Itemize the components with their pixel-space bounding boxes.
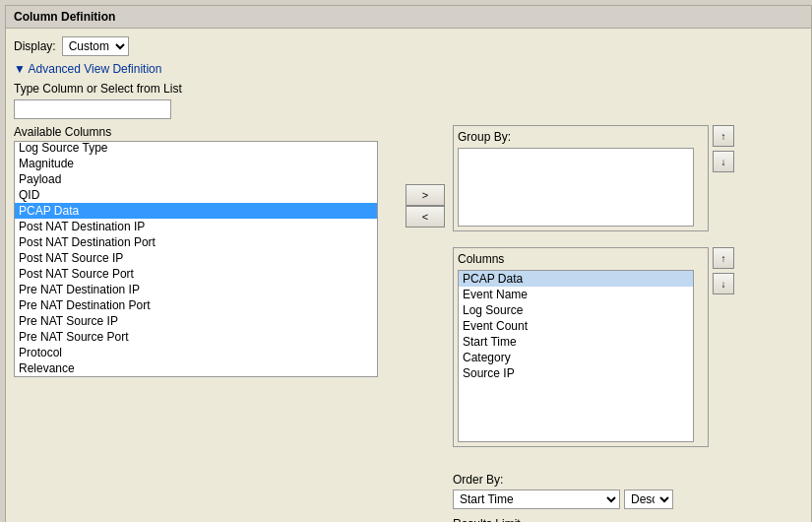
type-column-section: Type Column or Select from List — [14, 82, 803, 119]
columns-panel: Columns PCAP DataEvent NameLog SourceEve… — [453, 247, 734, 457]
display-select[interactable]: Custom Default All — [62, 36, 129, 56]
available-column-item[interactable]: Magnitude — [15, 156, 377, 171]
order-by-section: Order By: Start Time Event Name Log Sour… — [453, 473, 803, 509]
columns-panel-inner: Columns PCAP DataEvent NameLog SourceEve… — [453, 247, 709, 447]
columns-up-button[interactable]: ↑ — [713, 247, 734, 269]
columns-down-button[interactable]: ↓ — [713, 273, 734, 294]
available-column-item[interactable]: Post NAT Source Port — [15, 266, 377, 282]
available-column-item[interactable]: PCAP Data — [15, 203, 377, 219]
columns-title: Columns — [458, 252, 704, 266]
type-column-input[interactable] — [14, 99, 171, 119]
available-column-item[interactable]: Pre NAT Destination IP — [15, 282, 377, 297]
available-column-item[interactable]: Post NAT Source IP — [15, 250, 377, 266]
right-section: Group By: ↑ ↓ Columns — [453, 125, 803, 522]
available-columns-title: Available Columns — [14, 125, 398, 139]
available-column-item[interactable]: Relevance — [15, 360, 377, 376]
columns-section: Columns PCAP DataEvent NameLog SourceEve… — [453, 247, 734, 457]
columns-updown-buttons: ↑ ↓ — [713, 247, 734, 294]
group-by-section: Group By: ↑ ↓ — [453, 125, 803, 239]
results-limit-label: Results Limit — [453, 517, 803, 522]
advanced-view-link[interactable]: Advanced View Definition — [14, 62, 161, 76]
group-down-button[interactable]: ↓ — [713, 151, 734, 172]
column-item[interactable]: Event Count — [459, 318, 693, 334]
panel-title: Column Definition — [6, 6, 811, 29]
column-item[interactable]: Log Source — [459, 302, 693, 318]
available-column-item[interactable]: Post NAT Destination IP — [15, 219, 377, 234]
available-column-item[interactable]: QID — [15, 187, 377, 203]
available-column-item[interactable]: Payload — [15, 171, 377, 187]
add-to-group-button[interactable]: > — [406, 184, 445, 206]
column-item[interactable]: PCAP Data — [459, 271, 693, 287]
order-by-row: Start Time Event Name Log Source Event C… — [453, 489, 803, 509]
group-by-panel: Group By: — [453, 125, 709, 231]
available-column-item[interactable]: Protocol — [15, 345, 377, 360]
results-limit-section: Results Limit ▲ ▼ — [453, 517, 803, 522]
available-column-item[interactable]: Pre NAT Source Port — [15, 329, 377, 345]
available-column-item[interactable]: Post NAT Destination Port — [15, 234, 377, 250]
available-columns-list[interactable]: Identity Host NameIdentity Net Bios Name… — [14, 141, 378, 377]
available-column-item[interactable]: Log Source Type — [15, 141, 377, 156]
column-definition-panel: Column Definition Display: Custom Defaul… — [5, 5, 812, 522]
available-column-item[interactable]: Pre NAT Destination Port — [15, 297, 377, 313]
group-by-title: Group By: — [458, 130, 704, 144]
group-up-button[interactable]: ↑ — [713, 125, 734, 147]
type-column-label: Type Column or Select from List — [14, 82, 803, 96]
main-content: Available Columns Identity Host NameIden… — [14, 125, 803, 522]
order-by-label: Order By: — [453, 473, 803, 487]
column-item[interactable]: Category — [459, 350, 693, 365]
column-item[interactable]: Event Name — [459, 287, 693, 302]
group-updown-buttons: ↑ ↓ — [713, 125, 734, 172]
group-arrows-section: > < — [406, 184, 445, 522]
column-item[interactable]: Start Time — [459, 334, 693, 350]
display-row: Display: Custom Default All — [14, 36, 803, 56]
left-section: Available Columns Identity Host NameIden… — [14, 125, 398, 522]
columns-list[interactable]: PCAP DataEvent NameLog SourceEvent Count… — [458, 270, 694, 442]
display-label: Display: — [14, 39, 56, 53]
order-direction-select[interactable]: Desc Asc — [624, 489, 673, 509]
order-by-select[interactable]: Start Time Event Name Log Source Event C… — [453, 489, 620, 509]
group-by-list[interactable] — [458, 148, 694, 227]
advanced-view-row: Advanced View Definition — [14, 62, 803, 76]
available-column-item[interactable]: Pre NAT Source IP — [15, 313, 377, 329]
column-item[interactable]: Source IP — [459, 365, 693, 381]
remove-from-group-button[interactable]: < — [406, 206, 445, 228]
